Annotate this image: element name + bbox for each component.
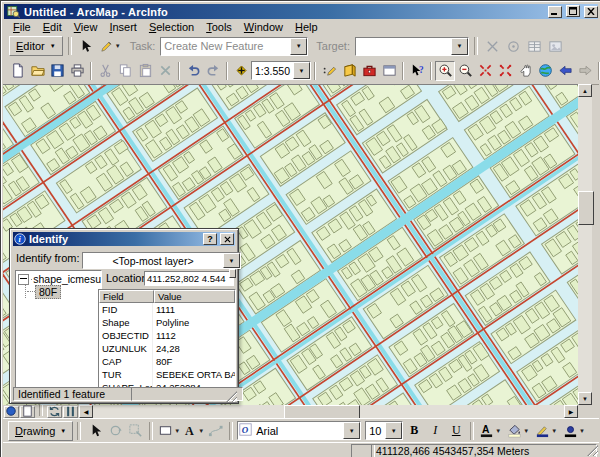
editor-menu-button[interactable]: Editor▼: [9, 36, 63, 56]
cut-button[interactable]: [95, 61, 115, 81]
select-arrow-button[interactable]: [85, 421, 105, 441]
add-data-button[interactable]: [231, 61, 251, 81]
menu-item-help[interactable]: Help: [289, 20, 324, 34]
maximize-button[interactable]: [566, 5, 580, 17]
whats-this-button[interactable]: ?: [407, 61, 427, 81]
scroll-up-icon[interactable]: ▲: [578, 84, 592, 97]
menu-item-edit[interactable]: Edit: [37, 20, 68, 34]
scroll-down-icon[interactable]: ▼: [578, 392, 592, 405]
zoom-in-button[interactable]: [435, 61, 455, 81]
tree-collapse-icon[interactable]: [18, 274, 29, 285]
font-combo[interactable]: O Arial▼: [237, 421, 361, 440]
rotate-graphic-button[interactable]: [105, 421, 125, 441]
font-value: Arial: [253, 422, 343, 439]
dialog-close-button[interactable]: [220, 233, 234, 245]
identify-from-label: Identify from:: [16, 252, 80, 264]
dropdown-arrow-icon[interactable]: ▼: [343, 422, 360, 439]
new-button[interactable]: [7, 61, 27, 81]
identify-title-bar[interactable]: i Identify ?: [13, 232, 235, 246]
value-column-header[interactable]: Value: [154, 290, 235, 303]
back-button[interactable]: [555, 61, 575, 81]
location-units-button[interactable]: [229, 269, 236, 278]
dropdown-arrow-icon[interactable]: ▼: [290, 38, 307, 55]
menu-item-selection[interactable]: Selection: [143, 20, 200, 34]
zoom-out-button[interactable]: [455, 61, 475, 81]
identify-layer-combo[interactable]: <Top-most layer>▼: [82, 252, 241, 269]
pause-button[interactable]: [63, 406, 78, 418]
table-row[interactable]: OBJECTID1112: [99, 329, 235, 342]
table-row[interactable]: UZUNLUK24,28: [99, 342, 235, 355]
line-color-button[interactable]: ▼: [534, 421, 558, 441]
refresh-button[interactable]: [47, 406, 62, 418]
font-size-combo[interactable]: 10▼: [365, 421, 403, 440]
menu-item-insert[interactable]: Insert: [103, 20, 143, 34]
delete-button[interactable]: [155, 61, 175, 81]
target-combo[interactable]: ▼: [355, 37, 469, 56]
dropdown-arrow-icon[interactable]: ▼: [293, 62, 310, 79]
horizontal-scroll-track[interactable]: [93, 405, 564, 418]
sketch-properties-button[interactable]: [546, 36, 566, 56]
dialog-help-button[interactable]: ?: [203, 233, 217, 245]
undo-button[interactable]: [183, 61, 203, 81]
title-bar[interactable]: Untitled - ArcMap - ArcInfo: [4, 4, 598, 19]
scroll-right-icon[interactable]: ▶: [564, 405, 578, 418]
menu-item-file[interactable]: File: [7, 20, 37, 34]
open-button[interactable]: [27, 61, 47, 81]
sketch-pencil-button[interactable]: ▼: [98, 36, 122, 56]
copy-button[interactable]: [115, 61, 135, 81]
underline-button[interactable]: U: [446, 421, 466, 441]
print-button[interactable]: [67, 61, 87, 81]
font-color-button[interactable]: A▼: [478, 421, 502, 441]
text-tool-button[interactable]: A▼: [181, 421, 205, 441]
menu-item-window[interactable]: Window: [238, 20, 289, 34]
minimize-button[interactable]: [548, 6, 562, 18]
tree-child-item[interactable]: 80F: [25, 285, 101, 298]
dropdown-arrow-icon[interactable]: ▼: [223, 253, 240, 268]
arccatalog-button[interactable]: [339, 61, 359, 81]
field-column-header[interactable]: Field: [99, 290, 154, 303]
scale-combo[interactable]: 1:3.550▼: [251, 61, 311, 80]
layout-view-button[interactable]: [20, 406, 35, 418]
location-field[interactable]: 411.252,802 4.544: [144, 271, 234, 286]
zoom-out-fixed-button[interactable]: [495, 61, 515, 81]
bold-button[interactable]: B: [404, 421, 424, 441]
table-row[interactable]: ShapePolyline: [99, 316, 235, 329]
edit-vertices-button[interactable]: [205, 421, 225, 441]
close-button[interactable]: [584, 6, 598, 18]
attributes-table-button[interactable]: [525, 36, 545, 56]
map-vertical-scrollbar[interactable]: ▲ ▼: [578, 84, 592, 405]
tree-child-label[interactable]: 80F: [35, 285, 61, 299]
save-button[interactable]: [47, 61, 67, 81]
paste-button[interactable]: [135, 61, 155, 81]
forward-button[interactable]: [575, 61, 595, 81]
editor-pencil-button[interactable]: [319, 61, 339, 81]
vertical-scroll-thumb[interactable]: [578, 191, 594, 225]
task-combo[interactable]: Create New Feature▼: [160, 37, 308, 56]
command-window-button[interactable]: [379, 61, 399, 81]
fill-color-button[interactable]: ▼: [506, 421, 530, 441]
menu-item-view[interactable]: View: [68, 20, 104, 34]
full-extent-button[interactable]: [535, 61, 555, 81]
zoom-graphic-button[interactable]: [125, 421, 145, 441]
dropdown-arrow-icon[interactable]: ▼: [451, 38, 468, 55]
scroll-left-icon[interactable]: ◀: [79, 405, 93, 418]
marker-color-button[interactable]: ▼: [562, 421, 586, 441]
italic-button[interactable]: I: [425, 421, 445, 441]
pan-button[interactable]: [515, 61, 535, 81]
redo-button[interactable]: [203, 61, 223, 81]
table-row[interactable]: FID1111: [99, 303, 235, 316]
zoom-in-fixed-button[interactable]: [475, 61, 495, 81]
tree-root-item[interactable]: shape_icmesu: [18, 273, 101, 285]
menu-item-tools[interactable]: Tools: [200, 20, 238, 34]
table-row[interactable]: TURSEBEKE ORTA BASINC: [99, 368, 235, 381]
identify-results-tree[interactable]: shape_icmesu 80F: [15, 270, 102, 392]
drawing-menu-button[interactable]: Drawing▼: [8, 421, 73, 441]
rect-tool-button[interactable]: ▼: [157, 421, 181, 441]
dropdown-arrow-icon[interactable]: ▼: [385, 422, 402, 439]
table-row[interactable]: CAP80F: [99, 355, 235, 368]
split-tool-button[interactable]: [483, 36, 503, 56]
data-view-button[interactable]: [4, 406, 19, 418]
arctoolbox-button[interactable]: [359, 61, 379, 81]
edit-arrow-button[interactable]: [77, 36, 97, 56]
rotate-target-button[interactable]: [504, 36, 524, 56]
